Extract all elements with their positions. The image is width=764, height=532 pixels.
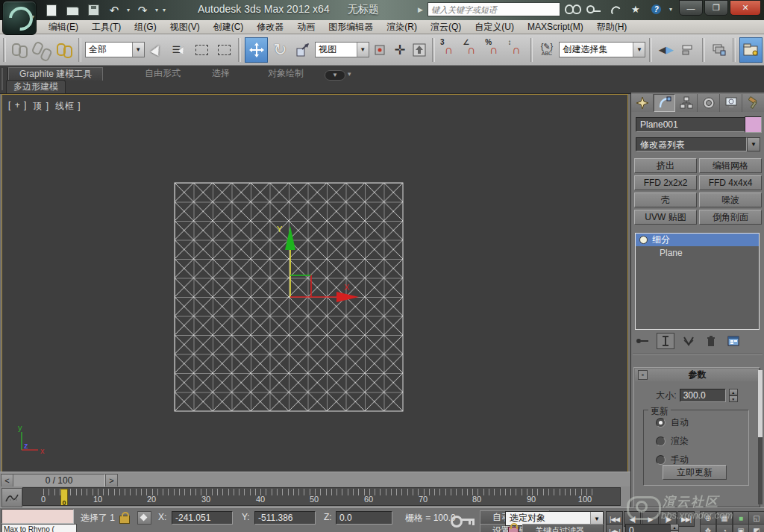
tab-display-icon[interactable] [720, 94, 742, 112]
ribbon-tab-selection[interactable]: 选择 [201, 67, 240, 80]
subscription-key-icon[interactable] [586, 3, 602, 16]
selection-lock-icon[interactable] [119, 516, 130, 524]
frame-range-display[interactable]: 0 / 100 [13, 474, 105, 487]
menu-render-cloud[interactable]: 渲云(Q) [424, 21, 468, 34]
viewport-nav-extra-icon[interactable]: ◩ [748, 524, 764, 532]
scrollbar-thumb[interactable] [758, 370, 763, 437]
x-coordinate-field[interactable]: -241.051 [172, 511, 233, 525]
current-frame-field[interactable]: 0 [625, 524, 676, 532]
key-filters-button[interactable]: 关键点过滤器... [522, 524, 604, 532]
menu-views[interactable]: 视图(V) [163, 21, 207, 34]
window-crossing-toggle-icon[interactable] [214, 38, 234, 62]
zoom-viewport-icon[interactable]: ⊕ [700, 511, 716, 525]
bind-to-space-warp-icon[interactable] [54, 38, 75, 62]
new-file-button[interactable] [43, 4, 60, 17]
stack-item-subdivide[interactable]: 细分 [636, 234, 759, 246]
undo-button[interactable]: ↶ [106, 4, 122, 17]
panel-scrollbar[interactable] [758, 370, 763, 504]
align-icon[interactable] [678, 38, 698, 62]
open-file-button[interactable] [64, 4, 81, 17]
show-end-result-icon[interactable] [657, 333, 674, 349]
named-selection-sets-dropdown[interactable]: 创建选择集 ▼ [559, 42, 645, 57]
previous-frame-button[interactable]: < [1, 474, 13, 487]
graphite-ribbon-toggle-icon[interactable] [739, 37, 763, 63]
orbit-icon[interactable]: ◔ [716, 524, 733, 532]
radio-render[interactable] [656, 436, 666, 446]
unlink-selection-icon[interactable] [28, 34, 56, 64]
zoom-region-icon[interactable]: ◱ [748, 511, 764, 525]
time-ruler[interactable]: 0 10 20 30 40 50 60 70 80 90 100 0 [22, 487, 621, 506]
zoom-extents-icon[interactable]: ■ [733, 511, 749, 525]
y-coordinate-field[interactable]: -511.386 [254, 511, 316, 525]
qat-customize-arrow[interactable]: ▾ [163, 7, 166, 13]
remove-modifier-icon[interactable] [703, 334, 719, 348]
percent-snap-toggle-icon[interactable]: %∩ [483, 38, 504, 62]
tab-hierarchy-icon[interactable] [675, 94, 698, 112]
update-now-button[interactable]: 立即更新 [663, 465, 727, 480]
select-by-name-icon[interactable]: ☰ [169, 38, 190, 62]
select-object-icon[interactable] [147, 38, 167, 62]
select-and-manipulate-icon[interactable]: ✛ [391, 38, 409, 62]
parameters-rollout-header[interactable]: - 参数 [635, 369, 759, 381]
help-flyout-arrow[interactable]: ▾ [669, 6, 672, 13]
selection-filter-dropdown[interactable]: 全部 ▼ [85, 42, 145, 57]
go-to-end-button[interactable]: ▶▶| [677, 511, 695, 527]
plane-wireframe[interactable] [175, 183, 403, 411]
zoom-all-icon[interactable]: ▦ [716, 511, 733, 525]
modifier-button-bevel-profile[interactable]: 倒角剖面 [699, 210, 762, 225]
ribbon-tab-graphite[interactable]: Graphite 建模工具 [8, 67, 103, 81]
ribbon-minimize-button[interactable]: ▼ [325, 70, 345, 81]
pan-view-icon[interactable]: ✥ [700, 524, 716, 532]
radio-row-auto[interactable]: 自动 [656, 416, 748, 429]
layer-manager-icon[interactable] [709, 38, 729, 62]
size-value-field[interactable]: 300.0 [680, 389, 726, 402]
z-coordinate-field[interactable]: 0.0 [336, 511, 392, 525]
select-and-link-icon[interactable] [10, 38, 30, 62]
maximize-button[interactable]: ❐ [704, 0, 728, 16]
modifier-button-extrude[interactable]: 挤出 [634, 158, 697, 173]
mini-curve-editor-button[interactable] [1, 488, 22, 507]
object-color-swatch[interactable] [745, 116, 762, 133]
configure-modifier-sets-icon[interactable] [725, 334, 742, 348]
spinner-snap-toggle-icon[interactable]: ↕∩ [506, 38, 526, 62]
keyboard-shortcut-override-icon[interactable] [411, 38, 429, 62]
redo-flyout-arrow[interactable]: ▾ [155, 7, 158, 13]
rectangular-selection-region-icon[interactable] [192, 38, 212, 62]
menu-maxscript[interactable]: MAXScript(M) [521, 22, 590, 32]
select-and-move-icon[interactable] [245, 37, 268, 63]
absolute-mode-toggle-icon[interactable] [137, 511, 151, 525]
menu-customize[interactable]: 自定义(U) [468, 21, 521, 34]
maximize-viewport-toggle-icon[interactable]: ▣ [733, 524, 749, 532]
radio-auto[interactable] [656, 418, 666, 428]
ribbon-panel-polygon-modeling[interactable]: 多边形建模 [6, 80, 66, 93]
help-icon[interactable]: ? [648, 3, 665, 16]
maxscript-mini-listener[interactable]: Max to Rhyno ( [1, 524, 77, 532]
modifier-enabled-bulb-icon[interactable] [639, 236, 648, 244]
tab-create-icon[interactable] [631, 94, 654, 112]
tab-motion-icon[interactable] [698, 94, 720, 112]
modifier-list-dropdown[interactable]: 修改器列表 ▼ [636, 137, 760, 151]
frame-spinner[interactable]: ▲▼ [670, 524, 679, 532]
ribbon-tab-freeform[interactable]: 自由形式 [134, 67, 191, 80]
undo-flyout-arrow[interactable]: ▾ [127, 7, 130, 13]
use-pivot-center-icon[interactable] [372, 38, 389, 62]
radio-manual[interactable] [656, 455, 666, 465]
snaps-toggle-icon[interactable]: 3∩ [439, 38, 459, 62]
menu-rendering[interactable]: 渲染(R) [380, 21, 424, 34]
menu-edit[interactable]: 编辑(E) [42, 21, 85, 34]
menu-group[interactable]: 组(G) [128, 21, 163, 34]
menu-help[interactable]: 帮助(H) [590, 21, 634, 34]
minimize-button[interactable]: — [679, 0, 703, 16]
ribbon-tab-object-paint[interactable]: 对象绘制 [257, 67, 314, 80]
viewport-top[interactable]: [ + ] 顶 ] 线框 ] Y X [1, 94, 628, 472]
save-file-button[interactable] [85, 4, 101, 17]
menu-modifiers[interactable]: 修改器 [250, 21, 290, 34]
tab-utilities-icon[interactable] [742, 94, 764, 112]
modifier-button-ffd4[interactable]: FFD 4x4x4 [699, 175, 762, 190]
menu-create[interactable]: 创建(C) [207, 21, 251, 34]
rollout-collapse-icon[interactable]: - [638, 370, 648, 380]
modifier-button-shell[interactable]: 壳 [634, 193, 697, 207]
maxscript-mini-listener-macro[interactable] [1, 509, 74, 524]
key-mode-toggle-button[interactable]: |◀▶| [606, 524, 623, 532]
reference-coordinate-dropdown[interactable]: 视图 ▼ [315, 42, 369, 57]
